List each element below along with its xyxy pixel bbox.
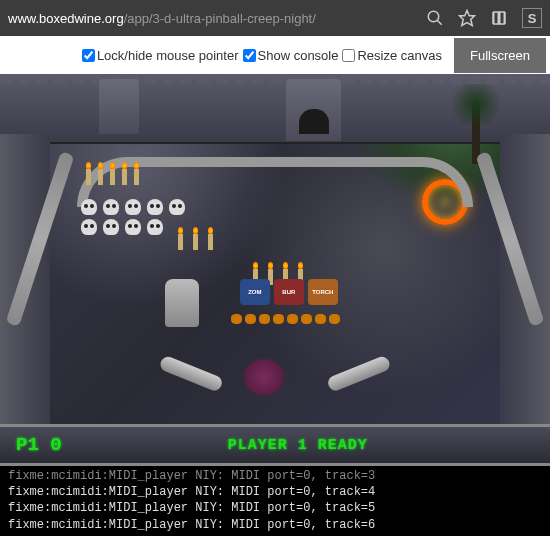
lock-pointer-checkbox[interactable]: Lock/hide mouse pointer	[82, 48, 239, 63]
candle-icon	[193, 234, 198, 250]
url-bar[interactable]: www.boxedwine.org/app/3-d-ultra-pinball-…	[8, 11, 414, 26]
skull-icon	[81, 199, 97, 215]
right-flipper	[326, 355, 392, 393]
candle-row-2	[178, 234, 213, 250]
console-line: fixme:mcimidi:MIDI_player NIY: MIDI port…	[8, 517, 542, 533]
skull-row	[81, 199, 185, 215]
center-skull-target	[244, 359, 284, 395]
candle-icon	[86, 169, 91, 185]
pumpkin-icon	[245, 314, 256, 324]
console-line: fixme:mcimidi:MIDI_player NIY: MIDI port…	[8, 484, 542, 500]
game-canvas[interactable]: ZOM BUR TORCH	[0, 74, 550, 424]
pumpkin-icon	[231, 314, 242, 324]
candle-icon	[208, 234, 213, 250]
url-path: /app/3-d-ultra-pinball-creep-night/	[124, 11, 316, 26]
candle-row	[86, 169, 139, 185]
game-container: ZOM BUR TORCH P1 0 PLAYER 1 READY	[0, 74, 550, 466]
lock-pointer-label: Lock/hide mouse pointer	[97, 48, 239, 63]
skull-icon	[125, 199, 141, 215]
console-line: fixme:mcimidi:MIDI_player NIY: MIDI port…	[8, 500, 542, 516]
pumpkin-icon	[329, 314, 340, 324]
candle-icon	[98, 169, 103, 185]
target-blue: ZOM	[240, 279, 270, 305]
pumpkin-icon	[273, 314, 284, 324]
pumpkin-icon	[259, 314, 270, 324]
favorite-icon[interactable]	[458, 9, 476, 27]
browser-address-bar: www.boxedwine.org/app/3-d-ultra-pinball-…	[0, 0, 550, 36]
pumpkin-icon	[301, 314, 312, 324]
show-console-checkbox[interactable]: Show console	[243, 48, 339, 63]
pumpkin-icon	[315, 314, 326, 324]
app-toolbar: Lock/hide mouse pointer Show console Res…	[0, 36, 550, 74]
candle-icon	[134, 169, 139, 185]
candle-icon	[110, 169, 115, 185]
skull-icon	[81, 219, 97, 235]
lock-pointer-input[interactable]	[82, 49, 95, 62]
playfield: ZOM BUR TORCH	[55, 149, 495, 384]
extension-s-icon[interactable]: S	[522, 8, 542, 28]
castle-gate-tower	[286, 79, 341, 141]
browser-actions: S	[426, 8, 542, 28]
game-status: PLAYER 1 READY	[62, 437, 534, 454]
skull-icon	[147, 199, 163, 215]
castle-tower	[99, 79, 139, 134]
search-icon[interactable]	[426, 9, 444, 27]
svg-marker-2	[460, 11, 475, 26]
candle-icon	[178, 234, 183, 250]
skull-icon	[103, 219, 119, 235]
console-line: fixme:mcimidi:MIDI_player NIY: MIDI port…	[8, 468, 542, 484]
skull-row-2	[81, 219, 398, 235]
resize-canvas-input[interactable]	[342, 49, 355, 62]
console-output[interactable]: fixme:mcimidi:MIDI_player NIY: MIDI port…	[0, 466, 550, 536]
url-domain: www.boxedwine.org	[8, 11, 124, 26]
fullscreen-button[interactable]: Fullscreen	[454, 38, 546, 73]
show-console-input[interactable]	[243, 49, 256, 62]
gargoyle-statue	[165, 279, 199, 327]
target-red: BUR	[274, 279, 304, 305]
svg-line-1	[437, 20, 442, 25]
skull-icon	[103, 199, 119, 215]
score-bar: P1 0 PLAYER 1 READY	[0, 424, 550, 466]
svg-point-0	[428, 11, 439, 22]
reader-icon[interactable]	[490, 9, 508, 27]
skull-icon	[125, 219, 141, 235]
resize-canvas-label: Resize canvas	[357, 48, 442, 63]
candle-icon	[122, 169, 127, 185]
skull-icon	[169, 199, 185, 215]
left-flipper	[158, 355, 224, 393]
pumpkin-icon	[287, 314, 298, 324]
target-orange: TORCH	[308, 279, 338, 305]
skull-icon	[147, 219, 163, 235]
show-console-label: Show console	[258, 48, 339, 63]
resize-canvas-checkbox[interactable]: Resize canvas	[342, 48, 442, 63]
target-cluster: ZOM BUR TORCH	[240, 279, 338, 305]
player-score: P1 0	[16, 434, 62, 456]
pumpkin-row	[231, 314, 340, 324]
